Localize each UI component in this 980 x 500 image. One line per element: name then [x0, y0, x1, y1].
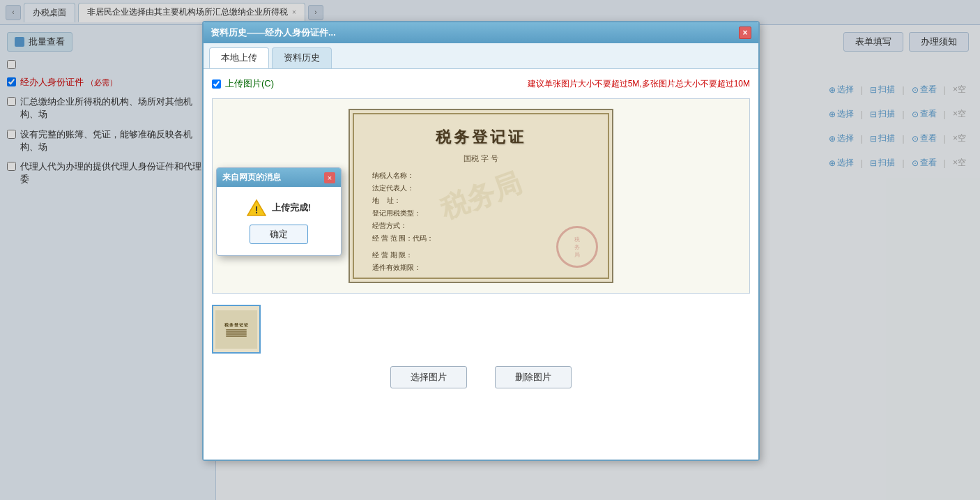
thumbnail-strip: 税务登记证	[212, 302, 750, 358]
action-buttons: 选择图片 删除图片	[212, 366, 750, 388]
dialog-close-btn[interactable]: ×	[739, 26, 751, 39]
thumb-inner-1: 税务登记证	[215, 310, 257, 349]
dialog-tab-history[interactable]: 资料历史	[272, 47, 332, 68]
alert-close-btn[interactable]: ×	[324, 172, 335, 183]
dialog-tabs: 本地上传 资料历史	[204, 43, 758, 69]
alert-message-text: 上传完成!	[272, 202, 311, 214]
certificate-image: 税务局 税务登记证 国税 字 号 纳税人名称： 法定代表人： 地 址： 登记用税…	[349, 109, 613, 283]
alert-dialog: 来自网页的消息 × ! 上传完成! 确定	[216, 167, 342, 256]
alert-message-row: ! 上传完成!	[247, 198, 311, 218]
svg-text:!: !	[254, 204, 258, 215]
upload-checkbox-label[interactable]: 上传图片(C)	[212, 77, 274, 90]
warning-icon: !	[247, 198, 266, 218]
cert-stamp: 税务局	[556, 226, 598, 268]
dialog-tab-upload[interactable]: 本地上传	[209, 47, 269, 68]
cert-subtitle: 国税 字 号	[464, 153, 498, 164]
dialog-body: 上传图片(C) 建议单张图片大小不要超过5M,多张图片总大小不要超过10M 税务…	[204, 69, 758, 460]
upload-section: 上传图片(C) 建议单张图片大小不要超过5M,多张图片总大小不要超过10M	[212, 77, 750, 90]
select-image-btn[interactable]: 选择图片	[390, 366, 467, 388]
alert-ok-btn[interactable]: 确定	[250, 225, 308, 244]
delete-image-btn[interactable]: 删除图片	[495, 366, 572, 388]
dialog-title: 资料历史——经办人身份证件...	[210, 26, 336, 39]
thumbnail-1[interactable]: 税务登记证	[212, 305, 261, 354]
dialog-titlebar: 资料历史——经办人身份证件... ×	[204, 22, 758, 43]
alert-title: 来自网页的消息	[222, 172, 281, 183]
upload-checkbox[interactable]	[212, 79, 221, 89]
upload-hint: 建议单张图片大小不要超过5M,多张图片总大小不要超过10M	[528, 78, 750, 90]
alert-titlebar: 来自网页的消息 ×	[217, 168, 341, 187]
cert-title: 税务登记证	[436, 127, 526, 148]
upload-label-text: 上传图片(C)	[225, 77, 274, 90]
alert-body: ! 上传完成! 确定	[217, 187, 341, 255]
